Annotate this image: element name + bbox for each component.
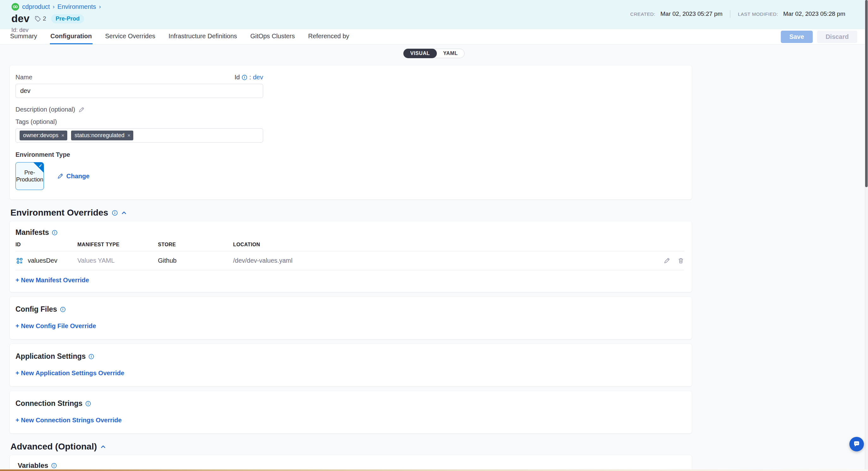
- env-type-badge: Pre-Prod: [51, 14, 84, 23]
- application-settings-subhead: Application Settings: [16, 352, 684, 361]
- check-icon: ✓: [38, 163, 42, 169]
- tag-remove-icon[interactable]: ×: [127, 133, 130, 138]
- tag-icon: [34, 16, 41, 22]
- name-field-head: Name Id : dev: [16, 73, 263, 81]
- config-files-subhead: Config Files: [16, 305, 684, 314]
- tag-count-value: 2: [43, 15, 46, 22]
- id-separator: :: [249, 73, 251, 81]
- tags-input[interactable]: owner:devops × status:nonregulated ×: [16, 128, 263, 143]
- tag-chip: status:nonregulated ×: [71, 130, 133, 140]
- col-location: LOCATION: [233, 242, 656, 247]
- environment-config-page: cdproduct › Environments › dev 2 Pre-Pro…: [0, 0, 868, 471]
- breadcrumb-project[interactable]: cdproduct: [22, 3, 50, 10]
- tag-count: 2: [34, 15, 46, 22]
- edit-manifest-button[interactable]: [663, 257, 670, 264]
- main-content: VISUAL YAML Name Id : dev Description (o…: [0, 45, 868, 471]
- description-row: Description (optional): [16, 106, 685, 113]
- project-link-icon: [11, 3, 19, 11]
- manifest-id-cell: valuesDev: [16, 257, 78, 265]
- environment-form-card: Name Id : dev Description (optional): [10, 65, 692, 200]
- manifests-card: Manifests ID MANIFEST TYPE STORE LOCATIO…: [10, 221, 692, 292]
- manifests-subhead: Manifests: [16, 228, 684, 237]
- manifests-title: Manifests: [16, 228, 49, 237]
- visual-yaml-toggle: VISUAL YAML: [403, 49, 465, 58]
- scrollbar-thumb[interactable]: [865, 0, 868, 187]
- tag-chip: owner:devops ×: [20, 130, 67, 140]
- scrollbar-track: [865, 0, 868, 471]
- connection-strings-subhead: Connection Strings: [16, 399, 684, 408]
- created-label: CREATED:: [630, 11, 655, 17]
- collapse-chevron-icon[interactable]: [121, 210, 127, 215]
- col-id: ID: [16, 242, 78, 247]
- manifest-type: Values YAML: [78, 257, 158, 264]
- description-label: Description (optional): [16, 106, 75, 113]
- manifest-store: Github: [158, 257, 233, 264]
- id-value-link[interactable]: dev: [253, 73, 263, 81]
- col-manifest-type: MANIFEST TYPE: [78, 242, 158, 247]
- info-icon[interactable]: [112, 210, 118, 216]
- manifest-id: valuesDev: [28, 257, 57, 264]
- toggle-visual[interactable]: VISUAL: [403, 49, 437, 58]
- config-files-card: Config Files + New Config File Override: [10, 297, 692, 339]
- info-icon[interactable]: [51, 463, 57, 468]
- created-value: Mar 02, 2023 05:27 pm: [660, 10, 722, 18]
- tag-chip-label: owner:devops: [23, 132, 58, 139]
- id-prefix: Id: [235, 73, 240, 81]
- delete-manifest-button[interactable]: [678, 257, 684, 264]
- col-store: STORE: [158, 242, 233, 247]
- breadcrumb-separator: ›: [53, 3, 55, 10]
- id-hint: Id : dev: [235, 73, 264, 81]
- pencil-icon: [57, 173, 63, 179]
- application-settings-title: Application Settings: [16, 352, 86, 361]
- variables-subhead: Variables: [18, 462, 684, 470]
- desktop-edge-strip: [0, 469, 868, 471]
- breadcrumb: cdproduct › Environments ›: [11, 3, 868, 11]
- meta-divider: [730, 10, 730, 18]
- environment-overrides-heading: Environment Overrides: [10, 208, 868, 218]
- environment-type-row: Pre-Production ✓ Change: [16, 162, 685, 190]
- info-icon[interactable]: [52, 230, 58, 235]
- chat-bubble-icon: [853, 440, 861, 448]
- variables-card: Variables NAME TYPE VALUE String: [10, 455, 692, 471]
- tags-label-row: Tags (optional): [16, 118, 685, 125]
- tag-remove-icon[interactable]: ×: [61, 133, 64, 138]
- new-config-file-override-link[interactable]: + New Config File Override: [16, 322, 96, 330]
- description-edit-button[interactable]: [78, 107, 85, 113]
- page-header: cdproduct › Environments › dev 2 Pre-Pro…: [0, 0, 868, 29]
- manifest-icon: [16, 257, 24, 265]
- toggle-yaml[interactable]: YAML: [436, 49, 464, 58]
- change-env-type-link[interactable]: Change: [57, 173, 89, 180]
- variables-title: Variables: [18, 462, 48, 470]
- change-label: Change: [66, 173, 89, 180]
- new-application-settings-override-link[interactable]: + New Application Settings Override: [16, 370, 124, 377]
- chat-widget-button[interactable]: [849, 437, 864, 451]
- collapse-chevron-icon[interactable]: [100, 444, 106, 449]
- info-icon[interactable]: [85, 401, 91, 407]
- environment-overrides-title: Environment Overrides: [10, 208, 108, 218]
- entity-id-line: Id: dev: [11, 27, 868, 33]
- info-icon[interactable]: [60, 306, 66, 312]
- manifest-row-actions: [656, 257, 684, 264]
- modified-label: LAST MODIFIED:: [738, 11, 778, 17]
- breadcrumb-environments[interactable]: Environments: [58, 3, 96, 10]
- breadcrumb-separator: ›: [99, 3, 101, 10]
- manifest-location: /dev/dev-values.yaml: [233, 257, 656, 264]
- application-settings-card: Application Settings + New Application S…: [10, 344, 692, 386]
- new-connection-strings-override-link[interactable]: + New Connection Strings Override: [16, 417, 122, 424]
- view-toggle-row: VISUAL YAML: [0, 45, 868, 58]
- audit-meta: CREATED: Mar 02, 2023 05:27 pm LAST MODI…: [630, 10, 845, 18]
- page-title: dev: [11, 13, 29, 25]
- tags-label: Tags (optional): [16, 118, 57, 125]
- environment-type-label: Environment Type: [16, 151, 685, 158]
- new-manifest-override-link[interactable]: + New Manifest Override: [16, 276, 89, 284]
- modified-value: Mar 02, 2023 05:28 pm: [783, 10, 845, 18]
- connection-strings-card: Connection Strings + New Connection Stri…: [10, 391, 692, 433]
- name-input[interactable]: [16, 84, 263, 98]
- manifests-table-header: ID MANIFEST TYPE STORE LOCATION: [16, 242, 684, 251]
- info-icon[interactable]: [88, 354, 94, 359]
- tag-chip-label: status:nonregulated: [74, 132, 124, 139]
- environment-type-card[interactable]: Pre-Production ✓: [16, 162, 44, 190]
- id-info-icon[interactable]: [242, 75, 247, 80]
- advanced-title: Advanced (Optional): [10, 442, 97, 452]
- advanced-heading: Advanced (Optional): [10, 442, 868, 452]
